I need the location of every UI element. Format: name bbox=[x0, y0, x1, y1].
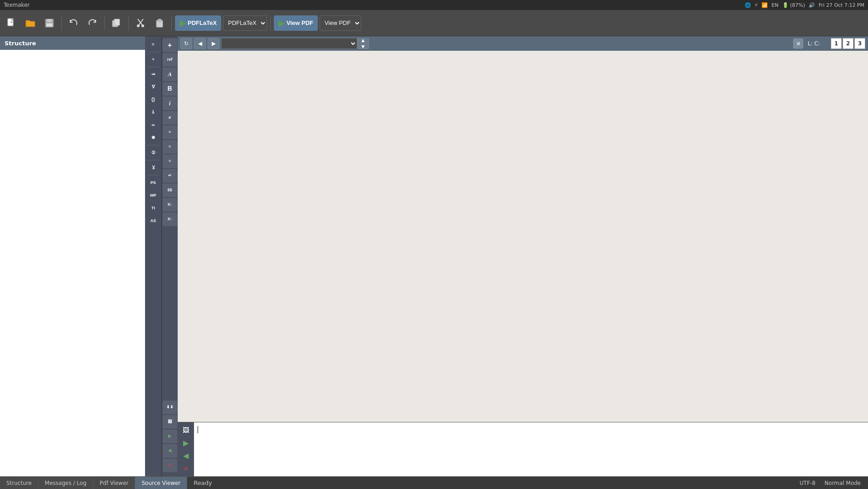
left-icon-environments[interactable]: ÷ bbox=[146, 53, 160, 66]
left-icon-math2[interactable]: ∇ bbox=[146, 81, 160, 93]
left-sep-1 bbox=[147, 52, 160, 52]
compile-engine-label: PDFLaTeX bbox=[188, 19, 217, 26]
open-button[interactable] bbox=[22, 15, 39, 32]
tab-pdfviewer[interactable]: Pdf Viewer bbox=[93, 477, 136, 489]
mid-icon-displaymath[interactable]: $$ bbox=[163, 184, 177, 197]
left-icon-mp[interactable]: MP bbox=[146, 189, 160, 202]
editor-refresh-button[interactable]: ↻ bbox=[180, 38, 192, 49]
left-icon-arrows[interactable]: ⊻ bbox=[146, 161, 160, 174]
structure-header: Structure bbox=[0, 36, 145, 50]
tab-messages[interactable]: Messages / Log bbox=[39, 477, 93, 489]
left-icon-symbols[interactable]: ∞ bbox=[146, 119, 160, 131]
left-icon-ti[interactable]: TI bbox=[146, 202, 160, 214]
new-button[interactable] bbox=[3, 15, 20, 32]
mid-icon-backward[interactable]: ◀ bbox=[163, 444, 177, 458]
bottom-icon-backward[interactable]: ◀ bbox=[179, 450, 193, 462]
editor-main[interactable] bbox=[178, 51, 868, 422]
view-select[interactable]: View PDF View DVI bbox=[320, 15, 361, 31]
compile-engine-select[interactable]: PDFLaTeX LaTeX XeLaTeX LuaLaTeX bbox=[223, 15, 267, 31]
copy-special-button[interactable] bbox=[108, 15, 125, 32]
editor-file-select[interactable] bbox=[221, 38, 357, 49]
mid-icon-italic[interactable]: i bbox=[163, 97, 177, 110]
structure-content bbox=[0, 50, 145, 476]
editor-file-up-button[interactable]: ▲▼ bbox=[357, 38, 369, 49]
left-icon-special[interactable]: ✱ bbox=[146, 131, 160, 144]
mid-icon-expand[interactable]: ⬇⬇ bbox=[163, 401, 177, 414]
bottom-panel: 🖼 ▶ ◀ ✕ bbox=[178, 422, 868, 476]
battery-indicator: 🔋 (87%) bbox=[782, 2, 805, 8]
compile-arrow-icon: ▶ bbox=[179, 18, 186, 28]
mid-icon-bold[interactable]: B bbox=[163, 82, 177, 96]
app-title: Texmaker bbox=[4, 2, 29, 8]
network-icon: 🌐 bbox=[745, 2, 751, 8]
wifi-icon: 📶 bbox=[761, 2, 768, 8]
mid-icon-fontsize[interactable]: A bbox=[163, 68, 177, 81]
left-sep-3 bbox=[147, 145, 160, 145]
mid-icon-close[interactable]: ✕ bbox=[163, 459, 177, 472]
paste-button[interactable] bbox=[151, 15, 168, 32]
left-icon-packages[interactable]: ≡ bbox=[146, 38, 160, 51]
mid-icon-ref[interactable]: ref bbox=[163, 53, 177, 67]
editor-close-button[interactable]: ✕ bbox=[793, 39, 803, 48]
svg-rect-12 bbox=[158, 19, 161, 21]
separator-3 bbox=[128, 16, 129, 30]
separator-5 bbox=[270, 16, 271, 30]
statusbar-right: UTF-8 Normal Mode bbox=[800, 480, 868, 486]
cut-button[interactable] bbox=[132, 15, 149, 32]
bottom-icon-image[interactable]: 🖼 bbox=[179, 424, 193, 436]
editor-toolbar: ↻ ◀ ▶ ▲▼ ✕ L: C: 1 2 3 bbox=[178, 36, 868, 51]
main-toolbar: ▶ PDFLaTeX PDFLaTeX LaTeX XeLaTeX LuaLaT… bbox=[0, 10, 868, 36]
mid-icon-left-align[interactable]: ≡ bbox=[163, 126, 177, 139]
editor-tab-3[interactable]: 3 bbox=[854, 38, 865, 49]
editor-prev-button[interactable]: ◀ bbox=[194, 38, 206, 49]
main-content: Structure ≡ ÷ ⇒ ∇ {} λ ∞ ✱ ① ⊻ PS MP TI … bbox=[0, 36, 868, 476]
separator-2 bbox=[104, 16, 105, 30]
left-icon-greek[interactable]: λ bbox=[146, 106, 160, 119]
titlebar-system-icons: 🌐 ⚡ 📶 EN 🔋 (87%) 🔊 Fri 27 Oct 7:12 PM bbox=[745, 2, 864, 8]
editor-tab-2[interactable]: 2 bbox=[843, 38, 853, 49]
left-icon-as[interactable]: AS bbox=[146, 214, 160, 227]
compile-button[interactable]: ▶ PDFLaTeX bbox=[175, 15, 221, 31]
editor-tabs: 1 2 3 bbox=[830, 38, 865, 49]
svg-rect-6 bbox=[114, 19, 120, 25]
left-icon-brackets[interactable]: {} bbox=[146, 93, 160, 106]
editor-search-area: ▲▼ bbox=[221, 38, 791, 49]
view-button[interactable]: ▶ View PDF bbox=[274, 15, 318, 31]
text-cursor bbox=[198, 426, 198, 433]
mid-icon-new[interactable]: + bbox=[163, 39, 177, 52]
left-sep-4 bbox=[147, 160, 160, 160]
left-icon-math[interactable]: ⇒ bbox=[146, 68, 160, 81]
left-icon-ps[interactable]: PS bbox=[146, 176, 160, 189]
mode-label: Normal Mode bbox=[824, 480, 861, 486]
mid-icon-forward[interactable]: ▶ bbox=[163, 430, 177, 443]
editor-next-button[interactable]: ▶ bbox=[208, 38, 219, 49]
language-indicator: EN bbox=[771, 2, 778, 8]
undo-button[interactable] bbox=[65, 15, 82, 32]
svg-rect-4 bbox=[46, 23, 53, 27]
editor-position-label: L: C: bbox=[808, 40, 820, 47]
bottom-editor[interactable] bbox=[194, 422, 868, 476]
mid-icon-superscript[interactable]: X□ bbox=[163, 198, 177, 212]
bottom-icon-forward[interactable]: ▶ bbox=[179, 437, 193, 449]
mid-icon-image[interactable]: 🖼 bbox=[163, 415, 177, 429]
bottom-icon-panel: 🖼 ▶ ◀ ✕ bbox=[178, 422, 194, 476]
separator-1 bbox=[61, 16, 62, 30]
mid-icon-subscript[interactable]: X□ bbox=[163, 213, 177, 226]
editor-tab-1[interactable]: 1 bbox=[831, 38, 842, 49]
encoding-label: UTF-8 bbox=[800, 480, 815, 486]
svg-rect-3 bbox=[47, 19, 52, 22]
tab-structure[interactable]: Structure bbox=[0, 477, 39, 489]
left-icon-item[interactable]: ① bbox=[146, 146, 160, 159]
bottom-icon-close[interactable]: ✕ bbox=[179, 463, 193, 474]
tab-sourceviewer[interactable]: Source Viewer bbox=[135, 477, 187, 489]
left-icon-panel: ≡ ÷ ⇒ ∇ {} λ ∞ ✱ ① ⊻ PS MP TI AS bbox=[145, 36, 161, 476]
titlebar-title: Texmaker bbox=[4, 2, 29, 8]
mid-icon-newline[interactable]: ↵ bbox=[163, 169, 177, 183]
mid-icon-emph[interactable]: e bbox=[163, 111, 177, 125]
mid-icon-center-align[interactable]: ≡ bbox=[163, 140, 177, 154]
mid-icon-right-align[interactable]: ≡ bbox=[163, 155, 177, 168]
structure-panel: Structure bbox=[0, 36, 145, 476]
titlebar: Texmaker 🌐 ⚡ 📶 EN 🔋 (87%) 🔊 Fri 27 Oct 7… bbox=[0, 0, 868, 10]
save-button[interactable] bbox=[41, 15, 58, 32]
redo-button[interactable] bbox=[84, 15, 101, 32]
